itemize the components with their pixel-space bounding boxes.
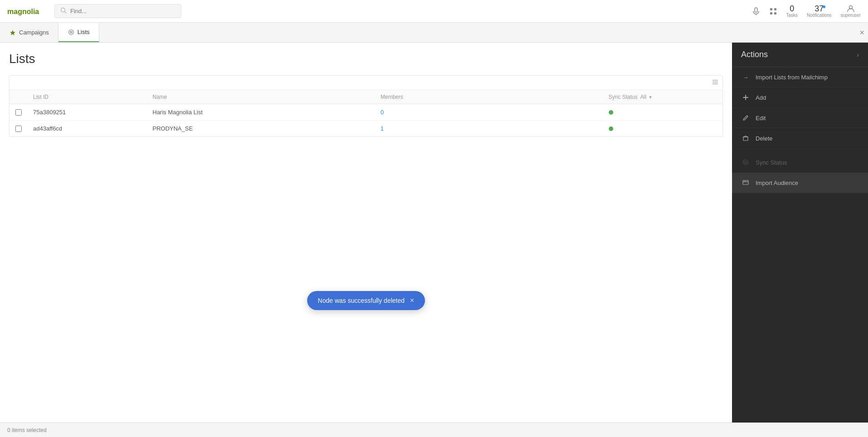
action-import-audience-label: Import Audience <box>756 180 798 186</box>
svg-rect-6 <box>774 8 776 10</box>
table-header: List ID Name Members Sync Status All ▼ <box>10 90 723 104</box>
svg-text:magnolia: magnolia <box>7 8 39 15</box>
status-text: 0 items selected <box>7 427 47 433</box>
row1-list-id: 75a3809251 <box>28 109 147 116</box>
search-icon <box>60 7 67 15</box>
table-row[interactable]: 75a3809251 Haris Magnolia List 0 <box>10 104 723 121</box>
toast-close-button[interactable]: × <box>410 296 414 305</box>
row2-list-id: ad43aff6cd <box>28 125 147 132</box>
action-delete-label: Delete <box>756 135 773 142</box>
svg-point-22 <box>745 161 747 163</box>
action-import-mailchimp-label: Import Lists from Mailchimp <box>756 74 828 81</box>
grid-icon[interactable] <box>769 7 777 15</box>
row1-sync <box>603 110 723 115</box>
main-layout: Lists List ID Name Members Sync Status A… <box>0 43 868 437</box>
svg-rect-5 <box>770 8 772 10</box>
actions-header: Actions › <box>732 43 868 67</box>
svg-rect-3 <box>755 8 757 12</box>
row1-name: Haris Magnolia List <box>147 109 375 116</box>
page-title: Lists <box>9 52 723 66</box>
search-box[interactable] <box>54 4 181 18</box>
sync-dot-icon <box>609 110 613 115</box>
edit-icon <box>741 113 750 122</box>
sync-filter-dropdown[interactable]: All ▼ <box>640 94 653 100</box>
column-settings-icon[interactable] <box>712 78 719 87</box>
topbar-right: 0 Tasks 37 Notifications superuser <box>752 5 861 18</box>
svg-point-25 <box>745 181 746 182</box>
row2-name: PRODYNA_SE <box>147 125 375 132</box>
action-add-label: Add <box>756 94 766 101</box>
user-label: superuser <box>841 13 861 18</box>
row2-members: 1 <box>375 125 603 132</box>
row1-checkbox[interactable] <box>15 109 22 116</box>
logo: magnolia <box>7 5 44 18</box>
row1-members: 0 <box>375 109 603 116</box>
action-delete[interactable]: Delete <box>732 128 868 149</box>
tabbar: Campaigns Lists <box>0 23 868 43</box>
action-sync-status: Sync Status <box>732 152 868 173</box>
magnolia-logo: magnolia <box>7 5 44 18</box>
header-members: Members <box>375 94 603 100</box>
sync-status-icon <box>741 158 750 167</box>
table-toolbar <box>10 76 723 90</box>
tasks-label: Tasks <box>786 13 798 18</box>
svg-rect-19 <box>743 137 748 141</box>
user-menu[interactable]: superuser <box>841 5 861 18</box>
action-sync-status-label: Sync Status <box>756 159 787 166</box>
actions-panel-close[interactable]: × <box>859 28 864 38</box>
actions-expand-icon[interactable]: › <box>857 51 859 58</box>
row2-sync <box>603 126 723 131</box>
status-bar: 0 items selected <box>0 422 868 437</box>
tab-campaigns-label: Campaigns <box>19 29 49 36</box>
action-import-mailchimp[interactable]: → Import Lists from Mailchimp <box>732 67 868 87</box>
actions-panel: Actions › → Import Lists from Mailchimp … <box>732 43 868 437</box>
notifications-counter[interactable]: 37 Notifications <box>807 5 831 18</box>
actions-title: Actions <box>741 50 768 59</box>
lists-table: List ID Name Members Sync Status All ▼ 7… <box>9 75 723 137</box>
content-area: Lists List ID Name Members Sync Status A… <box>0 43 732 437</box>
action-add[interactable]: Add <box>732 87 868 108</box>
add-icon <box>741 93 750 102</box>
header-name: Name <box>147 94 375 100</box>
lists-icon <box>68 29 75 36</box>
tab-lists-label: Lists <box>78 29 90 35</box>
svg-rect-8 <box>774 12 776 15</box>
action-edit[interactable]: Edit <box>732 108 868 128</box>
svg-line-2 <box>65 12 67 14</box>
svg-point-21 <box>743 160 748 165</box>
toast-notification: Node was successfully deleted × <box>307 291 425 310</box>
row2-check[interactable] <box>10 126 28 132</box>
dropdown-arrow-icon: ▼ <box>648 95 653 100</box>
svg-rect-7 <box>770 12 772 15</box>
notifications-label: Notifications <box>807 13 831 18</box>
row2-checkbox[interactable] <box>15 126 22 132</box>
campaigns-icon <box>9 29 16 36</box>
svg-point-24 <box>744 181 745 182</box>
import-mailchimp-icon: → <box>741 73 750 82</box>
microphone-icon[interactable] <box>752 7 760 15</box>
tab-campaigns[interactable]: Campaigns <box>0 23 58 42</box>
search-input[interactable] <box>70 8 175 15</box>
tab-lists[interactable]: Lists <box>58 23 99 42</box>
action-edit-label: Edit <box>756 115 766 121</box>
table-row[interactable]: ad43aff6cd PRODYNA_SE 1 <box>10 121 723 136</box>
topbar: magnolia 0 Tasks 37 Notifications superu… <box>0 0 868 23</box>
header-list-id: List ID <box>28 94 147 100</box>
header-sync: Sync Status All ▼ <box>603 94 723 100</box>
sync-dot-icon <box>609 126 613 131</box>
tasks-counter[interactable]: 0 Tasks <box>786 5 798 18</box>
toast-message: Node was successfully deleted <box>318 297 404 304</box>
delete-icon <box>741 134 750 143</box>
row1-check[interactable] <box>10 109 28 116</box>
action-import-audience[interactable]: Import Audience <box>732 173 868 193</box>
tasks-count: 0 <box>790 5 794 13</box>
import-audience-icon <box>741 178 750 187</box>
notifications-count: 37 <box>815 5 824 13</box>
